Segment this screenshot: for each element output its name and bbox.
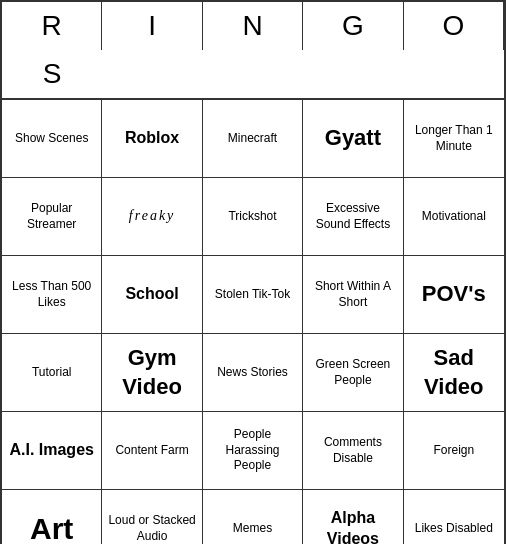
bingo-cell: Content Farm [102, 412, 202, 490]
bingo-cell: freaky [102, 178, 202, 256]
bingo-cell: Art [2, 490, 102, 544]
cell-text: Roblox [125, 128, 179, 149]
header-letter: O [404, 2, 504, 50]
bingo-cell: Motivational [404, 178, 504, 256]
bingo-cell: Longer Than 1 Minute [404, 100, 504, 178]
header-letter: S [2, 50, 102, 98]
cell-text: Motivational [422, 209, 486, 225]
cell-text: Gyatt [325, 124, 381, 153]
cell-text: Likes Disabled [415, 521, 493, 537]
cell-text: Art [30, 509, 73, 544]
bingo-cell: Short Within A Short [303, 256, 403, 334]
cell-text: Sad Video [408, 344, 500, 401]
bingo-cell: Show Scenes [2, 100, 102, 178]
bingo-cell: Excessive Sound Effects [303, 178, 403, 256]
cell-text: POV's [422, 280, 486, 309]
bingo-cell: Green Screen People [303, 334, 403, 412]
bingo-cell: Alpha Videos [303, 490, 403, 544]
bingo-cell: Minecraft [203, 100, 303, 178]
bingo-grid: Show ScenesRobloxMinecraftGyattLonger Th… [2, 100, 504, 544]
cell-text: Content Farm [115, 443, 188, 459]
cell-text: Popular Streamer [6, 201, 97, 232]
cell-text: Show Scenes [15, 131, 88, 147]
bingo-cell: Roblox [102, 100, 202, 178]
bingo-cell: Likes Disabled [404, 490, 504, 544]
bingo-cell: Foreign [404, 412, 504, 490]
cell-text: Loud or Stacked Audio [106, 513, 197, 544]
bingo-cell: Sad Video [404, 334, 504, 412]
bingo-cell: Gym Video [102, 334, 202, 412]
header-letter: G [303, 2, 403, 50]
bingo-cell: Trickshot [203, 178, 303, 256]
header-letter: R [2, 2, 102, 50]
header-letter: I [102, 2, 202, 50]
cell-text: freaky [129, 207, 175, 225]
cell-text: People Harassing People [207, 427, 298, 474]
bingo-cell: People Harassing People [203, 412, 303, 490]
bingo-cell: A.I. Images [2, 412, 102, 490]
cell-text: Comments Disable [307, 435, 398, 466]
bingo-cell: News Stories [203, 334, 303, 412]
bingo-cell: Stolen Tik-Tok [203, 256, 303, 334]
bingo-cell: Memes [203, 490, 303, 544]
bingo-cell: Comments Disable [303, 412, 403, 490]
cell-text: Trickshot [228, 209, 276, 225]
bingo-cell: Popular Streamer [2, 178, 102, 256]
cell-text: Tutorial [32, 365, 72, 381]
bingo-cell: Gyatt [303, 100, 403, 178]
bingo-cell: Less Than 500 Likes [2, 256, 102, 334]
cell-text: A.I. Images [9, 440, 93, 461]
bingo-card: RINGOS Show ScenesRobloxMinecraftGyattLo… [0, 0, 506, 544]
bingo-cell: Loud or Stacked Audio [102, 490, 202, 544]
cell-text: News Stories [217, 365, 288, 381]
cell-text: Gym Video [106, 344, 197, 401]
cell-text: Longer Than 1 Minute [408, 123, 500, 154]
cell-text: Alpha Videos [307, 508, 398, 544]
cell-text: School [125, 284, 178, 305]
cell-text: Minecraft [228, 131, 277, 147]
bingo-header: RINGOS [2, 2, 504, 100]
bingo-cell: Tutorial [2, 334, 102, 412]
cell-text: Green Screen People [307, 357, 398, 388]
bingo-cell: POV's [404, 256, 504, 334]
cell-text: Memes [233, 521, 272, 537]
cell-text: Foreign [433, 443, 474, 459]
bingo-cell: School [102, 256, 202, 334]
cell-text: Short Within A Short [307, 279, 398, 310]
cell-text: Excessive Sound Effects [307, 201, 398, 232]
header-letter: N [203, 2, 303, 50]
cell-text: Stolen Tik-Tok [215, 287, 290, 303]
cell-text: Less Than 500 Likes [6, 279, 97, 310]
